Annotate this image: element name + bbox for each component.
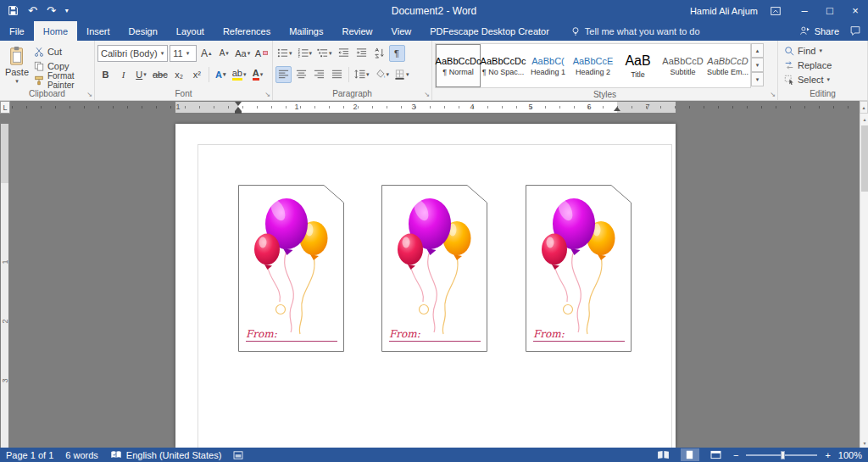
shrink-font-button[interactable]: A▾: [216, 45, 232, 62]
font-color-button[interactable]: A▾: [250, 66, 266, 83]
highlight-button[interactable]: ab▾: [231, 66, 248, 83]
spellcheck-status[interactable]: English (United States): [110, 450, 222, 460]
align-left-button[interactable]: [275, 66, 292, 83]
style-title[interactable]: AaB Title: [615, 44, 660, 87]
style-no-spacing[interactable]: AaBbCcDc ¶ No Spac...: [481, 44, 526, 87]
right-indent-marker[interactable]: [614, 107, 620, 111]
macro-record-icon[interactable]: [233, 451, 243, 459]
paragraph-dialog-launcher[interactable]: ↘: [424, 92, 430, 98]
style-subtle-emphasis[interactable]: AaBbCcD Subtle Em...: [705, 44, 750, 87]
save-icon[interactable]: [8, 5, 19, 16]
text-effects-dropdown-icon: ▾: [223, 71, 226, 78]
styles-dialog-launcher[interactable]: ↘: [770, 92, 776, 98]
share-button[interactable]: Share: [799, 25, 839, 36]
first-line-indent-marker[interactable]: [235, 102, 242, 106]
ruler-number: 1: [292, 103, 301, 111]
style-name: ¶ Normal: [442, 68, 473, 76]
borders-button[interactable]: ▾: [392, 66, 411, 83]
gift-tag-3[interactable]: From:: [526, 185, 632, 352]
scroll-up-arrow-icon[interactable]: ▴: [860, 114, 868, 124]
clear-formatting-glyph: A: [255, 48, 261, 58]
gift-tag-1[interactable]: From:: [238, 185, 344, 352]
subscript-button[interactable]: x₂: [171, 66, 187, 83]
tell-me-box[interactable]: Tell me what you want to do: [570, 21, 700, 41]
undo-icon[interactable]: ↶: [28, 5, 37, 16]
multilevel-list-button[interactable]: ▾: [315, 45, 334, 62]
print-layout-button[interactable]: [681, 448, 699, 461]
web-layout-button[interactable]: [707, 448, 726, 461]
zoom-slider[interactable]: [746, 454, 817, 456]
strikethrough-button[interactable]: abc: [151, 66, 170, 83]
tab-stop-selector[interactable]: L: [0, 101, 10, 114]
align-right-button[interactable]: [311, 66, 327, 83]
zoom-in-button[interactable]: +: [825, 450, 830, 460]
numbering-button[interactable]: ▾: [296, 45, 314, 62]
close-button[interactable]: ×: [843, 0, 868, 21]
bullets-button[interactable]: ▾: [275, 45, 294, 62]
styles-more-button[interactable]: ▾: [751, 72, 764, 86]
superscript-button[interactable]: x²: [189, 66, 205, 83]
restore-button[interactable]: □: [817, 0, 843, 21]
decrease-indent-button[interactable]: [336, 45, 352, 62]
zoom-level[interactable]: 100%: [838, 450, 862, 460]
font-dialog-launcher[interactable]: ↘: [264, 92, 270, 98]
gift-tag-2[interactable]: From:: [381, 185, 487, 352]
increase-indent-button[interactable]: [353, 45, 370, 62]
customize-quick-access-icon[interactable]: ▾: [65, 8, 69, 14]
show-formatting-marks-button[interactable]: ¶: [389, 45, 405, 62]
minimize-button[interactable]: –: [792, 0, 817, 21]
tab-file[interactable]: File: [0, 21, 34, 41]
font-size-combo[interactable]: 11 ▾: [170, 45, 197, 62]
ribbon-display-options-icon[interactable]: [770, 5, 782, 17]
style-subtitle[interactable]: AaBbCcD Subtitle: [660, 44, 705, 87]
cut-button[interactable]: Cut: [31, 44, 92, 58]
user-name[interactable]: Hamid Ali Anjum: [690, 6, 758, 16]
cut-icon: [34, 47, 44, 57]
select-button[interactable]: Select ▾: [781, 72, 865, 86]
italic-button[interactable]: I: [115, 66, 131, 83]
page-indicator[interactable]: Page 1 of 1: [6, 450, 53, 460]
find-button[interactable]: Find ▾: [781, 43, 865, 58]
clear-formatting-button[interactable]: A: [253, 45, 270, 62]
vertical-scrollbar[interactable]: ▴ ▾: [860, 114, 868, 448]
style-normal[interactable]: AaBbCcDc ¶ Normal: [436, 44, 481, 87]
text-effects-button[interactable]: A▾: [213, 66, 229, 83]
tab-design[interactable]: Design: [120, 21, 167, 41]
justify-button[interactable]: [329, 66, 345, 83]
tab-layout[interactable]: Layout: [167, 21, 214, 41]
format-painter-button[interactable]: Format Painter: [31, 73, 92, 87]
change-case-button[interactable]: Aa▾: [234, 45, 252, 62]
zoom-slider-thumb[interactable]: [781, 451, 785, 459]
replace-button[interactable]: Replace: [781, 58, 865, 72]
tab-mailings[interactable]: Mailings: [280, 21, 332, 41]
styles-scroll-up-button[interactable]: ▴: [751, 43, 764, 58]
shading-button[interactable]: ▾: [373, 66, 392, 83]
tab-references[interactable]: References: [214, 21, 280, 41]
scrollbar-thumb[interactable]: [861, 125, 868, 192]
tab-view[interactable]: View: [382, 21, 421, 41]
align-center-button[interactable]: [293, 66, 309, 83]
redo-icon[interactable]: ↷: [47, 5, 56, 16]
sort-button[interactable]: [371, 45, 387, 62]
word-count[interactable]: 6 words: [65, 450, 98, 460]
tab-review[interactable]: Review: [333, 21, 382, 41]
tab-insert[interactable]: Insert: [77, 21, 120, 41]
styles-scroll-down-button[interactable]: ▾: [751, 58, 764, 72]
zoom-out-button[interactable]: −: [733, 450, 738, 460]
line-spacing-button[interactable]: ▾: [353, 66, 371, 83]
underline-button[interactable]: U▾: [133, 66, 149, 83]
font-name-combo[interactable]: Calibri (Body) ▾: [97, 45, 168, 62]
grow-font-button[interactable]: A▴: [198, 45, 214, 62]
scroll-up-button[interactable]: ▴: [860, 101, 868, 114]
document-page[interactable]: From: From: From:: [175, 124, 676, 448]
tab-pdfescape[interactable]: PDFescape Desktop Creator: [420, 21, 559, 41]
style-heading-2[interactable]: AaBbCcE Heading 2: [570, 44, 615, 87]
bold-button[interactable]: B: [97, 66, 114, 83]
style-heading-1[interactable]: AaBbC( Heading 1: [526, 44, 570, 87]
read-mode-button[interactable]: [654, 448, 673, 461]
tab-home[interactable]: Home: [34, 21, 77, 41]
paste-button[interactable]: Paste ▾: [3, 42, 31, 87]
scroll-down-arrow-icon[interactable]: ▾: [860, 437, 868, 448]
clipboard-dialog-launcher[interactable]: ↘: [86, 92, 92, 98]
comments-icon[interactable]: [849, 25, 861, 36]
